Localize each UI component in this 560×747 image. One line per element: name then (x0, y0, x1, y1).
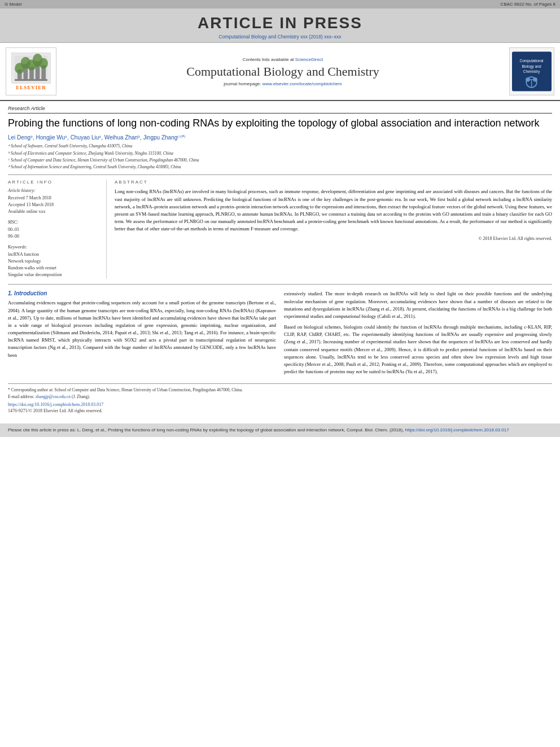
msc-value-1: 99–00 (8, 233, 100, 240)
issn-line: 1476-9271/© 2018 Elsevier Ltd. All right… (8, 408, 552, 413)
citation-text: Please cite this article in press as: L.… (8, 427, 404, 433)
corresponding-author-note: * Corresponding author at: School of Com… (8, 387, 552, 393)
article-info-col: ARTICLE INFO Article history: Received 7… (8, 180, 107, 278)
abstract-col: ABSTRACT Long non-coding RNAs (lncRNAs) … (115, 180, 552, 278)
intro-left-para-0: Accumulating evidences suggest that prot… (8, 299, 276, 359)
homepage-link[interactable]: www.elsevier.com/locate/compbiolchem (262, 81, 342, 86)
elsevier-text-label: ELSEVIER (16, 85, 46, 90)
journal-title: Computational Biology and Chemistry (186, 64, 379, 79)
homepage-line: journal homepage: www.elsevier.com/locat… (224, 81, 342, 86)
contents-available-line: Contents lists available at ScienceDirec… (243, 57, 323, 62)
doi-link[interactable]: https://doi.org/10.1016/j.compbiolchem.2… (8, 402, 103, 407)
elsevier-logo: ELSEVIER (6, 47, 56, 95)
received-date: Received 7 March 2018 (8, 195, 100, 202)
affiliation-a: ᵃ School of Software, Central South Univ… (8, 143, 552, 149)
svg-rect-11 (15, 79, 47, 81)
keyword-0: lncRNA function (8, 251, 100, 258)
authors-line: Lei Dengᵃ, Hongjie Wuᵃ, Chuyao Liuᵃ, Wei… (8, 134, 552, 141)
keyword-3: Singular value decomposition (8, 272, 100, 278)
svg-point-10 (39, 58, 47, 69)
email-line: E-mail address: zhangjp@csu.edu.cn (J. Z… (8, 394, 552, 400)
email-link[interactable]: zhangjp@csu.edu.cn (36, 394, 71, 399)
journal-small-logo: Computational Biology and Chemistry (509, 47, 554, 95)
body-left-col: 1. Introduction Accumulating evidences s… (8, 290, 276, 379)
svg-text:Chemistry: Chemistry (523, 69, 540, 74)
info-abstract-section: ARTICLE INFO Article history: Received 7… (8, 174, 552, 278)
body-content: 1. Introduction Accumulating evidences s… (8, 290, 552, 379)
msc-value-0: 00–01 (8, 226, 100, 233)
section-divider (8, 284, 552, 285)
affiliation-c: ᶜ School of Computer and Data Science, H… (8, 157, 552, 163)
abstract-header: ABSTRACT (115, 180, 552, 185)
aip-subtitle: Computational Biology and Chemistry xxx … (0, 34, 560, 40)
svg-text:Computational: Computational (520, 59, 544, 63)
copyright-line: © 2018 Elsevier Ltd. All rights reserved… (115, 236, 552, 241)
keyword-2: Random walks with restart (8, 265, 100, 272)
abstract-text: Long non-coding RNAs (lncRNAs) are invol… (115, 188, 552, 233)
sciencedirect-link[interactable]: ScienceDirect (295, 57, 323, 62)
keyword-1: Network topology (8, 258, 100, 265)
affiliation-b: ᵇ School of Electronics and Computer Sci… (8, 150, 552, 156)
footer-note: * Corresponding author at: School of Com… (8, 383, 552, 400)
available-date: Available online xxx (8, 208, 100, 215)
accepted-date: Accepted 13 March 2018 (8, 202, 100, 208)
journal-header: ELSEVIER Contents lists available at Sci… (0, 43, 560, 101)
aip-banner: ARTICLE IN PRESS Computational Biology a… (0, 8, 560, 43)
affiliation-d: ᵈ School of Information Science and Engi… (8, 164, 552, 170)
keywords-label: Keywords: (8, 244, 100, 250)
body-right-col: extensively studied. The more in-depth r… (284, 290, 552, 379)
elsevier-tree-logo (11, 53, 51, 84)
bottom-citation-bar: Please cite this article in press as: L.… (0, 423, 560, 437)
msc-label: MSC: (8, 220, 100, 225)
journal-citation-link[interactable]: Computational Biology and Chemistry xxx … (219, 34, 342, 40)
paper-title: Probing the functions of long non-coding… (8, 117, 552, 130)
email-label: E-mail address: (8, 394, 34, 399)
article-info-header: ARTICLE INFO (8, 180, 100, 185)
svg-text:Biology and: Biology and (522, 64, 541, 69)
authors-text: Lei Dengᵃ, Hongjie Wuᵃ, Chuyao Liuᵃ, Wei… (8, 134, 185, 141)
email-suffix: (J. Zhang). (72, 394, 90, 399)
doi-line: https://doi.org/10.1016/j.compbiolchem.2… (8, 402, 552, 407)
intro-right-para-1: Based on biological schemes, biologists … (284, 324, 552, 375)
article-type-label: Research Article (8, 106, 552, 113)
cbac-label: CBAC 6822 No. of Pages 8 (501, 2, 555, 7)
intro-heading: 1. Introduction (8, 290, 276, 296)
main-content: Research Article Probing the functions o… (0, 101, 560, 418)
top-bar: G Model CBAC 6822 No. of Pages 8 (0, 0, 560, 8)
history-label: Article history: (8, 188, 100, 193)
affiliations: ᵃ School of Software, Central South Univ… (8, 143, 552, 170)
aip-title: ARTICLE IN PRESS (0, 14, 560, 32)
intro-right-para-0: extensively studied. The more in-depth r… (284, 290, 552, 320)
citation-doi-link[interactable]: https://doi.org/10.1016/j.compbiolchem.2… (405, 427, 509, 433)
g-model-label: G Model (5, 2, 21, 7)
journal-center-info: Contents lists available at ScienceDirec… (62, 47, 504, 95)
